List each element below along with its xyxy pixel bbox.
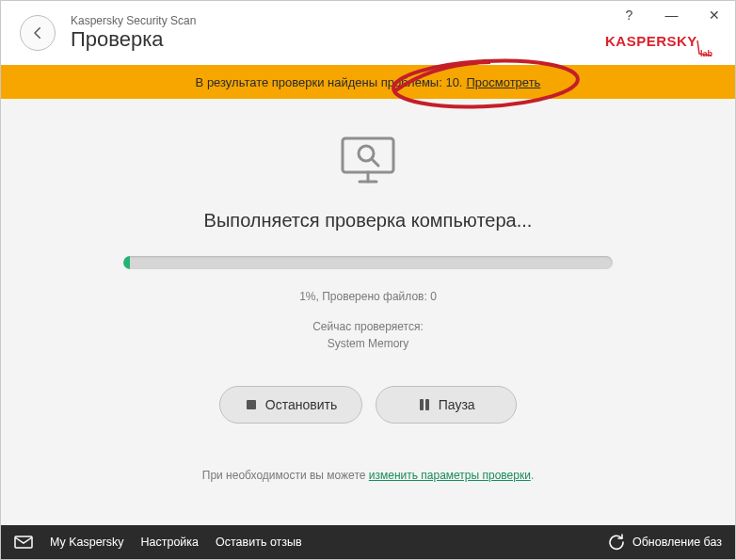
stop-button-label: Остановить	[265, 397, 337, 412]
update-label: Обновление баз	[632, 536, 722, 549]
alert-view-link[interactable]: Просмотреть	[466, 75, 540, 89]
svg-rect-1	[343, 138, 393, 172]
current-scan-label: Сейчас проверяется:	[312, 320, 424, 333]
app-name: Kaspersky Security Scan	[71, 14, 196, 27]
stop-icon	[245, 398, 258, 411]
pause-button[interactable]: Пауза	[376, 386, 517, 424]
svg-rect-6	[247, 400, 256, 409]
progress-bar-fill	[123, 256, 130, 269]
footer-hint: При необходимости вы можете изменить пар…	[202, 469, 534, 497]
app-window: Kaspersky Security Scan Проверка ? — ✕ K…	[0, 0, 736, 560]
minimize-button[interactable]: —	[650, 1, 693, 29]
stop-button[interactable]: Остановить	[219, 386, 362, 424]
refresh-icon	[608, 534, 625, 551]
back-button[interactable]	[20, 15, 56, 51]
current-scan-file: System Memory	[328, 337, 409, 350]
action-buttons: Остановить Пауза	[219, 386, 517, 424]
feedback-link[interactable]: Оставить отзыв	[216, 536, 302, 549]
mail-icon[interactable]	[14, 536, 33, 549]
settings-link[interactable]: Настройка	[141, 536, 200, 549]
alert-text: В результате проверки найдены проблемы: …	[196, 75, 463, 89]
svg-rect-7	[420, 399, 424, 410]
scan-stat-line: 1%, Проверено файлов: 0	[299, 290, 437, 303]
window-controls: ? — ✕	[608, 1, 735, 29]
help-button[interactable]: ?	[608, 1, 650, 29]
title-block: Kaspersky Security Scan Проверка	[71, 14, 196, 52]
close-button[interactable]: ✕	[693, 1, 735, 29]
svg-rect-9	[15, 536, 32, 548]
hint-prefix: При необходимости вы можете	[202, 469, 369, 482]
svg-rect-8	[425, 399, 429, 410]
my-kaspersky-link[interactable]: My Kaspersky	[50, 536, 124, 549]
bottom-bar-left: My Kaspersky Настройка Оставить отзыв	[14, 536, 302, 549]
pause-icon	[418, 398, 431, 411]
bottom-bar: My Kaspersky Настройка Оставить отзыв Об…	[1, 525, 735, 559]
brand-text: KASPERSKY	[605, 33, 697, 49]
brand-logo: KASPERSKY lab	[605, 31, 714, 59]
update-button[interactable]: Обновление баз	[608, 534, 722, 551]
hint-link[interactable]: изменить параметры проверки	[369, 469, 531, 482]
alert-bar: В результате проверки найдены проблемы: …	[1, 65, 735, 99]
page-title: Проверка	[71, 27, 196, 52]
main-content: Выполняется проверка компьютера... 1%, П…	[1, 99, 735, 525]
pause-button-label: Пауза	[439, 397, 475, 412]
svg-line-5	[372, 159, 378, 166]
scan-headline: Выполняется проверка компьютера...	[204, 210, 533, 232]
title-bar: Kaspersky Security Scan Проверка ? — ✕ K…	[1, 1, 735, 65]
progress-bar-track	[123, 256, 613, 269]
arrow-left-icon	[29, 24, 46, 41]
hint-suffix: .	[531, 469, 534, 482]
monitor-search-icon	[337, 135, 399, 193]
